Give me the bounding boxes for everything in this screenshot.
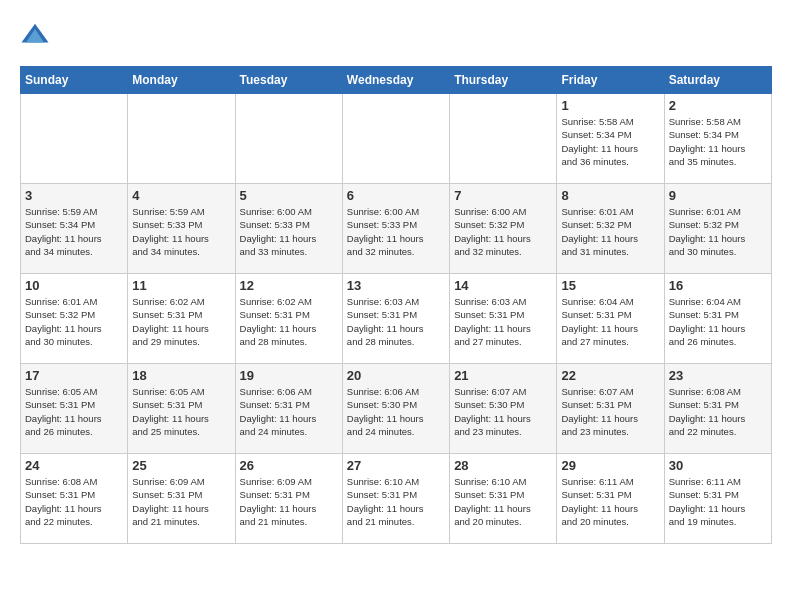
weekday-header: Thursday bbox=[450, 67, 557, 94]
calendar-day-cell: 15Sunrise: 6:04 AM Sunset: 5:31 PM Dayli… bbox=[557, 274, 664, 364]
day-number: 12 bbox=[240, 278, 338, 293]
day-info: Sunrise: 6:04 AM Sunset: 5:31 PM Dayligh… bbox=[669, 295, 767, 348]
day-info: Sunrise: 6:10 AM Sunset: 5:31 PM Dayligh… bbox=[454, 475, 552, 528]
calendar-day-cell: 12Sunrise: 6:02 AM Sunset: 5:31 PM Dayli… bbox=[235, 274, 342, 364]
day-number: 16 bbox=[669, 278, 767, 293]
day-info: Sunrise: 6:00 AM Sunset: 5:33 PM Dayligh… bbox=[240, 205, 338, 258]
day-info: Sunrise: 6:01 AM Sunset: 5:32 PM Dayligh… bbox=[25, 295, 123, 348]
day-number: 30 bbox=[669, 458, 767, 473]
day-number: 26 bbox=[240, 458, 338, 473]
day-info: Sunrise: 6:02 AM Sunset: 5:31 PM Dayligh… bbox=[132, 295, 230, 348]
calendar-day-cell bbox=[342, 94, 449, 184]
day-number: 20 bbox=[347, 368, 445, 383]
day-number: 11 bbox=[132, 278, 230, 293]
calendar-day-cell: 16Sunrise: 6:04 AM Sunset: 5:31 PM Dayli… bbox=[664, 274, 771, 364]
day-number: 24 bbox=[25, 458, 123, 473]
calendar-day-cell bbox=[450, 94, 557, 184]
calendar-day-cell: 19Sunrise: 6:06 AM Sunset: 5:31 PM Dayli… bbox=[235, 364, 342, 454]
day-number: 19 bbox=[240, 368, 338, 383]
calendar-day-cell: 6Sunrise: 6:00 AM Sunset: 5:33 PM Daylig… bbox=[342, 184, 449, 274]
day-info: Sunrise: 6:04 AM Sunset: 5:31 PM Dayligh… bbox=[561, 295, 659, 348]
calendar-day-cell: 10Sunrise: 6:01 AM Sunset: 5:32 PM Dayli… bbox=[21, 274, 128, 364]
calendar-day-cell: 18Sunrise: 6:05 AM Sunset: 5:31 PM Dayli… bbox=[128, 364, 235, 454]
calendar-day-cell: 23Sunrise: 6:08 AM Sunset: 5:31 PM Dayli… bbox=[664, 364, 771, 454]
calendar-day-cell: 21Sunrise: 6:07 AM Sunset: 5:30 PM Dayli… bbox=[450, 364, 557, 454]
calendar-week-row: 1Sunrise: 5:58 AM Sunset: 5:34 PM Daylig… bbox=[21, 94, 772, 184]
day-info: Sunrise: 6:03 AM Sunset: 5:31 PM Dayligh… bbox=[347, 295, 445, 348]
day-number: 1 bbox=[561, 98, 659, 113]
day-number: 6 bbox=[347, 188, 445, 203]
calendar-day-cell: 5Sunrise: 6:00 AM Sunset: 5:33 PM Daylig… bbox=[235, 184, 342, 274]
calendar-day-cell: 3Sunrise: 5:59 AM Sunset: 5:34 PM Daylig… bbox=[21, 184, 128, 274]
calendar-day-cell bbox=[128, 94, 235, 184]
calendar-day-cell: 20Sunrise: 6:06 AM Sunset: 5:30 PM Dayli… bbox=[342, 364, 449, 454]
day-number: 23 bbox=[669, 368, 767, 383]
weekday-header: Friday bbox=[557, 67, 664, 94]
calendar-day-cell: 8Sunrise: 6:01 AM Sunset: 5:32 PM Daylig… bbox=[557, 184, 664, 274]
day-info: Sunrise: 6:02 AM Sunset: 5:31 PM Dayligh… bbox=[240, 295, 338, 348]
day-number: 15 bbox=[561, 278, 659, 293]
calendar-day-cell: 30Sunrise: 6:11 AM Sunset: 5:31 PM Dayli… bbox=[664, 454, 771, 544]
day-info: Sunrise: 6:09 AM Sunset: 5:31 PM Dayligh… bbox=[240, 475, 338, 528]
calendar-day-cell: 26Sunrise: 6:09 AM Sunset: 5:31 PM Dayli… bbox=[235, 454, 342, 544]
calendar-day-cell: 14Sunrise: 6:03 AM Sunset: 5:31 PM Dayli… bbox=[450, 274, 557, 364]
calendar-day-cell: 11Sunrise: 6:02 AM Sunset: 5:31 PM Dayli… bbox=[128, 274, 235, 364]
calendar-day-cell: 9Sunrise: 6:01 AM Sunset: 5:32 PM Daylig… bbox=[664, 184, 771, 274]
day-info: Sunrise: 6:01 AM Sunset: 5:32 PM Dayligh… bbox=[669, 205, 767, 258]
day-info: Sunrise: 6:07 AM Sunset: 5:31 PM Dayligh… bbox=[561, 385, 659, 438]
day-number: 18 bbox=[132, 368, 230, 383]
calendar-day-cell: 7Sunrise: 6:00 AM Sunset: 5:32 PM Daylig… bbox=[450, 184, 557, 274]
day-info: Sunrise: 5:58 AM Sunset: 5:34 PM Dayligh… bbox=[561, 115, 659, 168]
day-info: Sunrise: 5:59 AM Sunset: 5:33 PM Dayligh… bbox=[132, 205, 230, 258]
weekday-header: Tuesday bbox=[235, 67, 342, 94]
calendar-week-row: 3Sunrise: 5:59 AM Sunset: 5:34 PM Daylig… bbox=[21, 184, 772, 274]
day-info: Sunrise: 6:11 AM Sunset: 5:31 PM Dayligh… bbox=[561, 475, 659, 528]
day-number: 14 bbox=[454, 278, 552, 293]
calendar-day-cell bbox=[235, 94, 342, 184]
calendar-day-cell: 17Sunrise: 6:05 AM Sunset: 5:31 PM Dayli… bbox=[21, 364, 128, 454]
day-info: Sunrise: 6:01 AM Sunset: 5:32 PM Dayligh… bbox=[561, 205, 659, 258]
calendar-day-cell: 25Sunrise: 6:09 AM Sunset: 5:31 PM Dayli… bbox=[128, 454, 235, 544]
day-number: 22 bbox=[561, 368, 659, 383]
day-number: 17 bbox=[25, 368, 123, 383]
day-number: 2 bbox=[669, 98, 767, 113]
day-info: Sunrise: 6:06 AM Sunset: 5:31 PM Dayligh… bbox=[240, 385, 338, 438]
day-info: Sunrise: 6:11 AM Sunset: 5:31 PM Dayligh… bbox=[669, 475, 767, 528]
day-info: Sunrise: 6:07 AM Sunset: 5:30 PM Dayligh… bbox=[454, 385, 552, 438]
calendar-day-cell: 1Sunrise: 5:58 AM Sunset: 5:34 PM Daylig… bbox=[557, 94, 664, 184]
day-info: Sunrise: 5:58 AM Sunset: 5:34 PM Dayligh… bbox=[669, 115, 767, 168]
weekday-header: Saturday bbox=[664, 67, 771, 94]
day-number: 4 bbox=[132, 188, 230, 203]
day-info: Sunrise: 6:03 AM Sunset: 5:31 PM Dayligh… bbox=[454, 295, 552, 348]
day-info: Sunrise: 6:08 AM Sunset: 5:31 PM Dayligh… bbox=[669, 385, 767, 438]
page-header bbox=[20, 20, 772, 50]
day-number: 29 bbox=[561, 458, 659, 473]
day-number: 5 bbox=[240, 188, 338, 203]
day-number: 7 bbox=[454, 188, 552, 203]
day-info: Sunrise: 6:05 AM Sunset: 5:31 PM Dayligh… bbox=[25, 385, 123, 438]
calendar-week-row: 17Sunrise: 6:05 AM Sunset: 5:31 PM Dayli… bbox=[21, 364, 772, 454]
logo bbox=[20, 20, 54, 50]
day-info: Sunrise: 6:00 AM Sunset: 5:32 PM Dayligh… bbox=[454, 205, 552, 258]
day-number: 25 bbox=[132, 458, 230, 473]
weekday-header: Sunday bbox=[21, 67, 128, 94]
calendar-table: SundayMondayTuesdayWednesdayThursdayFrid… bbox=[20, 66, 772, 544]
weekday-header: Monday bbox=[128, 67, 235, 94]
calendar-day-cell: 2Sunrise: 5:58 AM Sunset: 5:34 PM Daylig… bbox=[664, 94, 771, 184]
calendar-day-cell: 13Sunrise: 6:03 AM Sunset: 5:31 PM Dayli… bbox=[342, 274, 449, 364]
calendar-header-row: SundayMondayTuesdayWednesdayThursdayFrid… bbox=[21, 67, 772, 94]
calendar-week-row: 10Sunrise: 6:01 AM Sunset: 5:32 PM Dayli… bbox=[21, 274, 772, 364]
day-info: Sunrise: 6:10 AM Sunset: 5:31 PM Dayligh… bbox=[347, 475, 445, 528]
day-info: Sunrise: 6:06 AM Sunset: 5:30 PM Dayligh… bbox=[347, 385, 445, 438]
calendar-week-row: 24Sunrise: 6:08 AM Sunset: 5:31 PM Dayli… bbox=[21, 454, 772, 544]
day-info: Sunrise: 5:59 AM Sunset: 5:34 PM Dayligh… bbox=[25, 205, 123, 258]
day-info: Sunrise: 6:08 AM Sunset: 5:31 PM Dayligh… bbox=[25, 475, 123, 528]
day-info: Sunrise: 6:05 AM Sunset: 5:31 PM Dayligh… bbox=[132, 385, 230, 438]
day-number: 27 bbox=[347, 458, 445, 473]
day-number: 10 bbox=[25, 278, 123, 293]
calendar-day-cell: 27Sunrise: 6:10 AM Sunset: 5:31 PM Dayli… bbox=[342, 454, 449, 544]
weekday-header: Wednesday bbox=[342, 67, 449, 94]
day-number: 21 bbox=[454, 368, 552, 383]
day-number: 13 bbox=[347, 278, 445, 293]
calendar-day-cell: 24Sunrise: 6:08 AM Sunset: 5:31 PM Dayli… bbox=[21, 454, 128, 544]
